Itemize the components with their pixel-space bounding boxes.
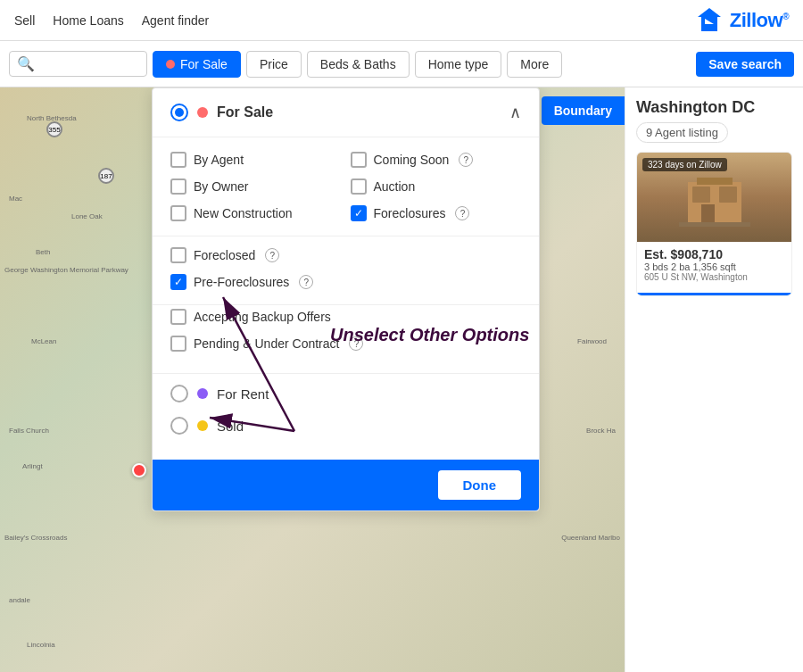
sale-type-section: For Rent Sold	[153, 374, 539, 460]
sold-radio[interactable]	[170, 417, 188, 435]
map-label-queenland: Queenland Marlbo	[561, 534, 620, 542]
right-panel-title: Washington DC	[636, 98, 792, 117]
map-label-fairwood: Fairwood	[577, 337, 607, 345]
checkbox-accepting-backup[interactable]: Accepting Backup Offers	[170, 309, 521, 325]
chevron-up-icon[interactable]: ∧	[509, 103, 521, 122]
extra-options-section: Foreclosed ? Pre-Foreclosures ?	[153, 236, 539, 305]
checkbox-pending-under-contract-box[interactable]	[170, 336, 186, 352]
checkbox-auction-box[interactable]	[351, 178, 367, 195]
pre-foreclosures-help-icon[interactable]: ?	[299, 275, 313, 289]
agent-count-badge: 9 Agent listing	[636, 122, 728, 143]
listing-image: 323 days on Zillow	[637, 153, 791, 242]
listing-badge: 323 days on Zillow	[642, 158, 727, 171]
checkbox-coming-soon[interactable]: Coming Soon ?	[351, 152, 522, 168]
search-icon: 🔍	[17, 55, 35, 72]
sold-dot	[197, 420, 208, 431]
checkbox-accepting-backup-box[interactable]	[170, 309, 186, 325]
checkbox-new-construction[interactable]: New Construction	[170, 205, 342, 221]
for-sale-button[interactable]: For Sale	[153, 51, 241, 78]
svg-rect-8	[679, 222, 750, 227]
for-rent-radio[interactable]	[170, 385, 188, 402]
map-label-falls-church: Falls Church	[9, 427, 49, 435]
map-label-mclean: McLean	[31, 337, 56, 345]
checkbox-by-agent-box[interactable]	[170, 152, 186, 168]
for-rent-option[interactable]: For Rent	[170, 385, 521, 402]
sold-label: Sold	[217, 419, 244, 434]
checkbox-by-agent[interactable]: By Agent	[170, 152, 342, 168]
checkbox-by-agent-label: By Agent	[194, 153, 244, 167]
svg-rect-7	[697, 178, 733, 185]
listing-details: Est. $908,710 3 bds 2 ba 1,356 sqft 605 …	[637, 242, 791, 287]
price-button[interactable]: Price	[246, 51, 302, 78]
checkbox-by-owner-box[interactable]	[170, 178, 186, 195]
checkbox-foreclosures-label: Foreclosures	[374, 206, 446, 220]
listing-sqft-val: 1,356 sqft	[692, 261, 735, 272]
for-sale-dot	[166, 60, 175, 69]
boundary-button[interactable]: Boundary	[542, 96, 625, 125]
listing-beds: 3 bds	[644, 261, 668, 272]
annotation-text: Unselect Other Options	[330, 324, 529, 345]
zillow-wordmark: Zillow®	[730, 9, 789, 32]
map-label-lincolnia: Lincolnia	[27, 641, 55, 649]
checkbox-pre-foreclosures[interactable]: Pre-Foreclosures ?	[170, 274, 521, 290]
checkbox-pre-foreclosures-label: Pre-Foreclosures	[194, 275, 289, 289]
checkbox-auction-label: Auction	[374, 179, 416, 194]
map-area[interactable]: North Bethesda Mac Lone Oak Beth George …	[0, 87, 625, 672]
nav-home-loans[interactable]: Home Loans	[53, 13, 123, 28]
listing-type-dropdown: For Sale ∧ By Agent Coming Soon ?	[152, 87, 540, 511]
listing-address: 605 U St NW, Washington	[644, 272, 784, 282]
search-input[interactable]	[38, 57, 139, 71]
route-187: 187	[98, 168, 114, 184]
main-options-grid: By Agent Coming Soon ? By Owner Auction	[153, 137, 539, 236]
for-rent-dot	[197, 388, 208, 399]
sold-option[interactable]: Sold	[170, 417, 521, 435]
checkbox-by-owner-label: By Owner	[194, 179, 248, 194]
coming-soon-help-icon[interactable]: ?	[459, 153, 473, 167]
foreclosures-help-icon[interactable]: ?	[455, 206, 469, 220]
checkbox-auction[interactable]: Auction	[351, 178, 522, 195]
checkbox-by-owner[interactable]: By Owner	[170, 178, 342, 195]
map-label-oakleaf: Lone Oak	[71, 212, 103, 220]
right-panel: Washington DC 9 Agent listing 323 days o…	[625, 87, 803, 672]
checkbox-new-construction-box[interactable]	[170, 205, 186, 221]
nav-sell[interactable]: Sell	[14, 13, 35, 28]
building-svg	[679, 169, 750, 227]
search-input-wrap[interactable]: 🔍	[9, 51, 147, 77]
map-label-brock: Brock Ha	[586, 427, 616, 435]
checkbox-foreclosures-box[interactable]	[351, 205, 367, 221]
checkbox-foreclosures[interactable]: Foreclosures ?	[351, 205, 522, 221]
save-search-button[interactable]: Save search	[696, 52, 794, 77]
beds-baths-button[interactable]: Beds & Baths	[307, 51, 410, 78]
location-marker	[132, 463, 146, 477]
checkbox-accepting-backup-label: Accepting Backup Offers	[194, 310, 331, 324]
checkbox-pre-foreclosures-box[interactable]	[170, 274, 186, 290]
checkbox-coming-soon-label: Coming Soon	[374, 153, 450, 167]
listing-card[interactable]: 323 days on Zillow Est. $908,710 3 bds 2…	[636, 152, 792, 296]
svg-rect-4	[692, 187, 710, 203]
svg-rect-5	[719, 187, 737, 203]
checkbox-pending-under-contract-label: Pending & Under Contract	[194, 336, 339, 351]
map-label-beth: Beth	[36, 248, 50, 256]
zillow-logo: Zillow®	[692, 6, 789, 35]
listing-price: Est. $908,710	[644, 247, 784, 261]
for-sale-header-label: For Sale	[217, 104, 273, 120]
more-button[interactable]: More	[507, 51, 562, 78]
done-button[interactable]: Done	[438, 470, 522, 500]
foreclosed-help-icon[interactable]: ?	[265, 248, 279, 262]
map-label-bailey: Bailey's Crossroads	[4, 534, 67, 542]
map-label-arlington: Arlingt	[22, 462, 43, 470]
zillow-icon	[692, 6, 726, 35]
listing-separator	[637, 293, 791, 295]
for-sale-radio[interactable]	[170, 104, 188, 121]
nav-agent-finder[interactable]: Agent finder	[142, 13, 210, 28]
for-rent-label: For Rent	[217, 386, 269, 402]
checkbox-foreclosed-label: Foreclosed	[194, 248, 255, 262]
checkbox-foreclosed-box[interactable]	[170, 247, 186, 263]
for-sale-color-dot	[197, 107, 208, 118]
checkbox-coming-soon-box[interactable]	[351, 152, 367, 168]
checkbox-foreclosed[interactable]: Foreclosed ?	[170, 247, 521, 263]
route-355: 355	[46, 121, 62, 137]
dropdown-header: For Sale ∧	[153, 88, 539, 137]
listing-baths-val: 2 ba	[671, 261, 690, 272]
home-type-button[interactable]: Home type	[415, 51, 502, 78]
